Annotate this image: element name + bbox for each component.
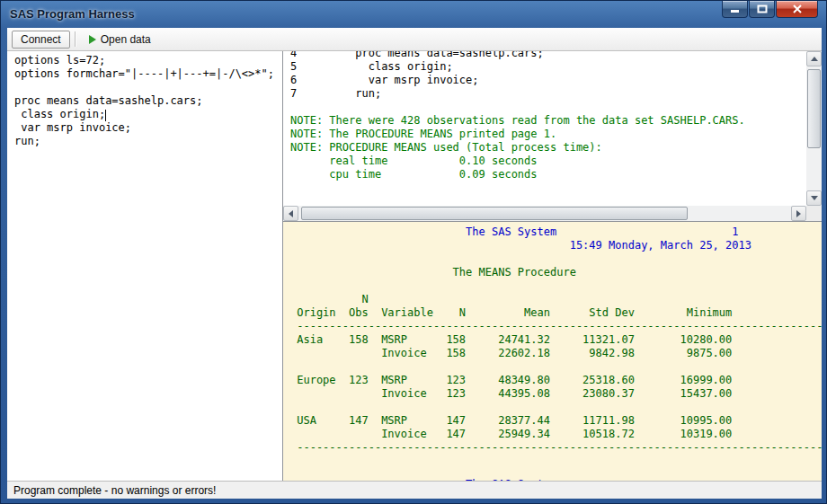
open-data-label: Open data <box>101 33 151 46</box>
log-notes: NOTE: There were 428 observations read f… <box>283 101 806 181</box>
code-editor[interactable]: options ls=72; options formchar="|----|+… <box>7 51 283 481</box>
maximize-button[interactable] <box>749 1 775 18</box>
scrollbar-corner <box>806 206 822 221</box>
log-horizontal-scrollbar[interactable] <box>283 206 806 221</box>
status-bar: Program complete - no warnings or errors… <box>7 481 822 499</box>
left-arrow-icon <box>289 210 293 217</box>
play-icon <box>89 35 96 44</box>
horizontal-scrollbar-thumb[interactable] <box>301 207 688 220</box>
log-echo: 4 proc means data=sashelp.cars; 5 class … <box>283 51 806 101</box>
scroll-right-button[interactable] <box>791 206 806 221</box>
output-pane: The SAS System 1 15:49 Monday, March 25,… <box>283 221 822 481</box>
log-content: 4 proc means data=sashelp.cars; 5 class … <box>283 51 806 206</box>
toolbar-separator <box>75 31 76 47</box>
editor-code[interactable]: options ls=72; options formchar="|----|+… <box>7 51 282 148</box>
minimize-button[interactable] <box>722 1 748 18</box>
output-means-listing: The MEANS Procedure N Origin Obs Variabl… <box>283 252 822 455</box>
toolbar: Connect Open data <box>7 28 822 51</box>
log-vertical-scrollbar[interactable] <box>806 51 822 206</box>
scroll-down-button[interactable] <box>806 190 822 206</box>
titlebar[interactable]: SAS Program Harness <box>1 1 826 28</box>
output-page-title: The SAS System 1 15:49 Monday, March 25,… <box>283 222 822 252</box>
caption-buttons <box>721 1 818 18</box>
minimize-icon <box>730 4 741 13</box>
right-arrow-icon <box>796 210 801 217</box>
close-icon <box>792 4 803 13</box>
vertical-scrollbar-thumb[interactable] <box>807 69 821 148</box>
open-data-button[interactable]: Open data <box>80 31 160 49</box>
window-title: SAS Program Harness <box>10 7 135 21</box>
connect-button[interactable]: Connect <box>12 31 70 49</box>
close-button[interactable] <box>776 1 818 18</box>
scroll-up-button[interactable] <box>806 51 822 66</box>
scroll-left-button[interactable] <box>283 206 298 221</box>
status-message: Program complete - no warnings or errors… <box>13 484 216 497</box>
text-caret <box>105 110 106 121</box>
down-arrow-icon <box>811 196 818 200</box>
log-pane: 4 proc means data=sashelp.cars; 5 class … <box>283 51 822 221</box>
app-window: SAS Program Harness Connect Open data <box>0 0 827 504</box>
maximize-icon <box>757 4 768 13</box>
up-arrow-icon <box>811 57 818 61</box>
